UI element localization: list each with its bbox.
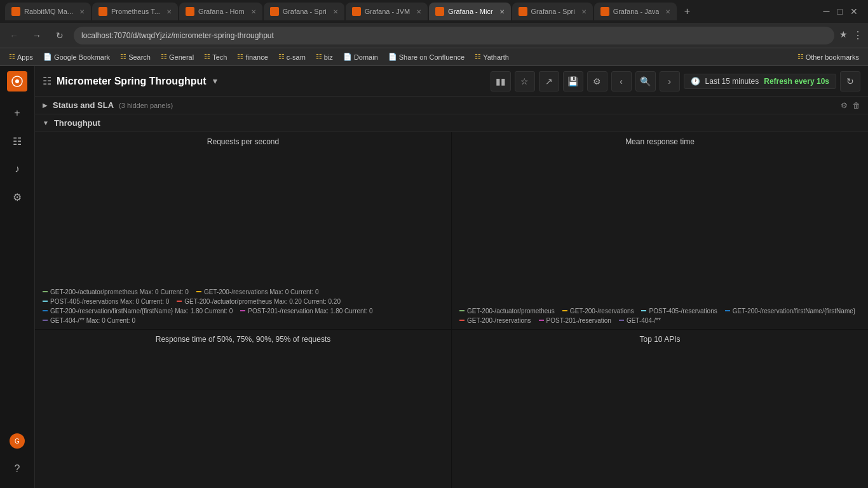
folder-icon: ☷ [120, 53, 126, 61]
tab-grafana-micr[interactable]: Grafana - Micr ✕ [429, 3, 510, 20]
tab-close-icon[interactable]: ✕ [665, 8, 670, 15]
address-bar[interactable]: localhost:7070/d/twqdYjziz/micrometer-sp… [74, 27, 834, 44]
bookmark-label: Search [128, 53, 151, 61]
time-range-label: Last 15 minutes [705, 77, 759, 86]
bookmark-csam[interactable]: ☷ c-sam [275, 51, 309, 62]
chart-title: Mean response time [457, 137, 863, 146]
bookmarks-bar: ☷ Apps 📄 Google Bookmark ☷ Search ☷ Gene… [0, 48, 868, 66]
browser-chrome: RabbitMQ Ma... ✕ Prometheus T... ✕ Grafa… [0, 0, 868, 66]
tab-favicon [352, 7, 361, 16]
throughput-section[interactable]: ▼ Throughput [35, 114, 868, 132]
sidebar-item-user[interactable]: G [4, 428, 30, 454]
legend-item: POST-201-/reservation [539, 341, 611, 348]
bookmark-label: Share on Confluence [399, 53, 465, 61]
bookmark-tech[interactable]: ☷ Tech [200, 51, 231, 62]
refresh-label: Refresh every 10s [764, 77, 829, 86]
star-button[interactable]: ☆ [515, 71, 535, 92]
sidebar-item-help[interactable]: ? [4, 456, 30, 482]
bookmark-label: c-sam [287, 53, 306, 61]
bookmark-apps[interactable]: ☷ Apps [5, 51, 37, 62]
chart-area [40, 149, 446, 309]
tab-grafana-spr2[interactable]: Grafana - Spri ✕ [512, 3, 593, 20]
tab-close-icon[interactable]: ✕ [166, 8, 172, 15]
tab-grafana-home[interactable]: Grafana - Hom ✕ [179, 3, 262, 20]
bookmark-label: Google Bookmark [54, 53, 110, 61]
nav-bar: ← → ↻ localhost:7070/d/twqdYjziz/microme… [0, 23, 868, 48]
bookmark-google[interactable]: 📄 Google Bookmark [39, 51, 114, 62]
back-button[interactable]: ← [5, 27, 23, 44]
grafana-logo[interactable] [7, 71, 27, 92]
settings-button[interactable]: ⚙ [587, 71, 607, 92]
tab-grafana-java[interactable]: Grafana - Java ✕ [594, 3, 677, 20]
chart-area [457, 149, 863, 329]
rpt-canvas [40, 370, 446, 475]
sidebar-item-settings[interactable]: ⚙ [4, 184, 30, 210]
forward-button[interactable]: → [28, 27, 46, 44]
tab-title: Grafana - JVM [365, 8, 410, 15]
tab-title: Prometheus T... [111, 8, 160, 15]
zoom-button[interactable]: 🔍 [635, 71, 656, 92]
time-range-picker[interactable]: 🕐 Last 15 minutes Refresh every 10s [684, 74, 836, 89]
tab-favicon [435, 7, 444, 16]
tab-close-icon[interactable]: ✕ [581, 8, 587, 15]
section-badge: (3 hidden panels) [119, 102, 173, 109]
chart-area [40, 370, 446, 483]
tab-prometheus[interactable]: Prometheus T... ✕ [92, 3, 178, 20]
legend-item: GET-200-/actuator/prometheus Max: 0 Curr… [43, 312, 189, 319]
next-button[interactable]: › [660, 71, 680, 92]
panel-mean-response-time: Mean response time GET-200-/actuator/pro… [452, 132, 868, 353]
rps-canvas [40, 149, 446, 286]
dashboard-dropdown-icon[interactable]: ▼ [212, 77, 219, 86]
refresh-button[interactable]: ↻ [840, 71, 860, 92]
tab-close-icon[interactable]: ✕ [333, 8, 338, 15]
tab-grafana-spring[interactable]: Grafana - Spri ✕ [264, 3, 344, 20]
panel-response-percentiles: Response time of 50%, 75%, 90%, 95% of r… [35, 353, 451, 488]
minimize-icon[interactable]: ─ [824, 6, 830, 17]
panel-top10-apis: Top 10 APIs [452, 353, 868, 488]
section-delete-icon[interactable]: 🗑 [853, 101, 860, 110]
sidebar-item-alerts[interactable]: ♪ [4, 156, 30, 182]
legend-item: POST-405-/reservations [641, 331, 717, 338]
bookmark-star-icon[interactable]: ★ [839, 29, 848, 41]
chart-title: Response time of 50%, 75%, 90%, 95% of r… [40, 358, 446, 367]
save-button[interactable]: 💾 [563, 71, 583, 92]
bookmark-confluence[interactable]: 📄 Share on Confluence [384, 51, 468, 62]
tab-favicon [11, 7, 20, 16]
header-actions: ▮▮ ☆ ↗ 💾 ⚙ ‹ 🔍 › 🕐 Last 15 minutes Refre… [491, 71, 860, 92]
new-tab-button[interactable]: + [678, 3, 696, 20]
bookmark-other[interactable]: ☷ Other bookmarks [794, 51, 863, 62]
folder-icon: ☷ [237, 53, 243, 61]
bookmark-biz[interactable]: ☷ biz [312, 51, 337, 62]
browser-menu-icon[interactable]: ⋮ [853, 29, 863, 41]
status-sla-section[interactable]: ▶ Status and SLA (3 hidden panels) ⚙ 🗑 [35, 97, 868, 114]
dashboard-header: ☷ Micrometer Spring Throughput ▼ ▮▮ ☆ ↗ … [35, 66, 868, 97]
clock-icon: 🕐 [691, 77, 700, 86]
section-settings-icon[interactable]: ⚙ [841, 101, 848, 110]
tab-close-icon[interactable]: ✕ [79, 8, 85, 15]
tab-bar: RabbitMQ Ma... ✕ Prometheus T... ✕ Grafa… [0, 0, 868, 23]
bookmark-yatharth[interactable]: ☷ Yatharth [471, 51, 513, 62]
tab-close-icon[interactable]: ✕ [499, 8, 505, 15]
share-button[interactable]: ↗ [539, 71, 559, 92]
add-panel-button[interactable]: ▮▮ [491, 71, 511, 92]
main-content: ☷ Micrometer Spring Throughput ▼ ▮▮ ☆ ↗ … [35, 66, 868, 488]
tab-close-icon[interactable]: ✕ [251, 8, 256, 15]
close-icon[interactable]: ✕ [850, 6, 858, 17]
tab-grafana-jvm[interactable]: Grafana - JVM ✕ [346, 3, 428, 20]
sidebar-item-dashboards[interactable]: ☷ [4, 128, 30, 154]
bookmark-search[interactable]: ☷ Search [116, 51, 154, 62]
bookmark-finance[interactable]: ☷ finance [233, 51, 271, 62]
folder-icon: ☷ [475, 53, 481, 61]
bookmark-domain[interactable]: 📄 Domain [339, 51, 382, 62]
reload-button[interactable]: ↻ [51, 27, 69, 44]
sidebar-item-plus[interactable]: + [4, 100, 30, 126]
mrt-canvas [457, 149, 863, 326]
prev-button[interactable]: ‹ [611, 71, 632, 92]
tab-close-icon[interactable]: ✕ [416, 8, 421, 15]
bookmark-label: Tech [212, 53, 227, 61]
tab-rabbitmq[interactable]: RabbitMQ Ma... ✕ [5, 3, 91, 20]
maximize-icon[interactable]: □ [837, 6, 843, 17]
page-icon: 📄 [388, 53, 397, 61]
section-title: Status and SLA [53, 100, 114, 110]
bookmark-general[interactable]: ☷ General [157, 51, 198, 62]
